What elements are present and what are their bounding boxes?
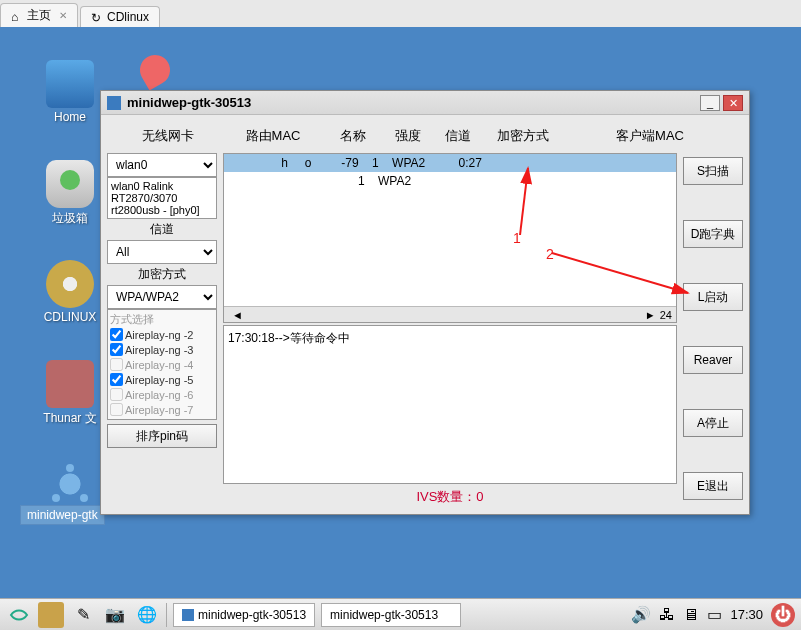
tab-home[interactable]: ⌂ 主页 ✕ [0, 3, 78, 27]
desktop-label: 垃圾箱 [40, 210, 100, 227]
minidwep-icon [46, 460, 94, 508]
channel-select[interactable]: All [107, 240, 217, 264]
display-icon[interactable]: 🖥 [683, 606, 699, 624]
col-strength: 强度 [383, 127, 433, 145]
attack-checkbox [110, 358, 123, 371]
desktop-home[interactable]: Home [40, 60, 100, 124]
attack-checkbox[interactable] [110, 373, 123, 386]
attack-option[interactable]: Aireplay-ng -5 [110, 372, 214, 387]
refresh-icon: ↻ [91, 11, 103, 23]
window-title: minidwep-gtk-30513 [127, 95, 697, 110]
minidwep-window: minidwep-gtk-30513 _ ✕ 无线网卡 路由MAC 名称 强度 … [100, 90, 750, 515]
file-manager-icon[interactable] [38, 602, 64, 628]
ap-row[interactable]: 1 WPA2 [224, 172, 676, 190]
decorative-icon [140, 55, 180, 95]
scroll-left-icon[interactable]: ◄ [232, 309, 243, 321]
desktop-selected-label[interactable]: minidwep-gtk [20, 505, 105, 525]
globe-icon[interactable]: 🌐 [134, 602, 160, 628]
tab-cdlinux[interactable]: ↻ CDlinux [80, 6, 160, 27]
taskbar: ✎ 📷 🌐 minidwep-gtk-30513 🔊 🖧 🖥 ▭ 17:30 ⏻ [0, 598, 801, 630]
attack-option[interactable]: Aireplay-ng -2 [110, 327, 214, 342]
column-headers: 无线网卡 路由MAC 名称 强度 信道 加密方式 客户端MAC [109, 121, 741, 151]
desktop-minidwep[interactable] [40, 460, 100, 508]
close-button[interactable]: ✕ [723, 95, 743, 111]
power-button[interactable]: ⏻ [771, 603, 795, 627]
wlan-info: wlan0 Ralink RT2870/3070 rt2800usb - [ph… [107, 177, 217, 219]
tray: 🔊 🖧 🖥 ▭ 17:30 ⏻ [631, 603, 795, 627]
scroll-count: 24 [660, 309, 672, 321]
editor-icon[interactable]: ✎ [70, 602, 96, 628]
camera-icon[interactable]: 📷 [102, 602, 128, 628]
desktop-label: Home [40, 110, 100, 124]
col-client: 客户端MAC [563, 127, 737, 145]
attack-method-list: 方式选择 Aireplay-ng -2 Aireplay-ng -3 Airep… [107, 309, 217, 420]
col-wlan: 无线网卡 [113, 127, 223, 145]
section-channel-label: 信道 [107, 219, 217, 240]
browser-tabstrip: ⌂ 主页 ✕ ↻ CDlinux [0, 0, 801, 27]
close-icon[interactable]: ✕ [59, 10, 67, 21]
attack-checkbox [110, 388, 123, 401]
attack-option: Aireplay-ng -4 [110, 357, 214, 372]
scan-button[interactable]: S扫描 [683, 157, 743, 185]
middle-panel: h o -79 1 WPA2 0:27 1 WPA2 ◄ ► 24 17:30:… [223, 153, 677, 508]
attack-checkbox [110, 403, 123, 416]
desktop-label: Thunar 文 [40, 410, 100, 427]
attack-option: Aireplay-ng -6 [110, 387, 214, 402]
attack-checkbox[interactable] [110, 328, 123, 341]
taskbar-app-minidwep[interactable]: minidwep-gtk-30513 [173, 603, 315, 627]
tab-label: CDlinux [107, 10, 149, 24]
trash-icon [46, 160, 94, 208]
log-panel[interactable]: 17:30:18-->等待命令中 [223, 325, 677, 484]
titlebar[interactable]: minidwep-gtk-30513 _ ✕ [101, 91, 749, 115]
attack-option: Aireplay-ng -7 [110, 402, 214, 417]
thunar-icon [46, 360, 94, 408]
right-panel: S扫描 D跑字典 L启动 Reaver A停止 E退出 [683, 153, 743, 508]
left-panel: wlan0 wlan0 Ralink RT2870/3070 rt2800usb… [107, 153, 217, 508]
clock[interactable]: 17:30 [730, 607, 763, 622]
wlan-select[interactable]: wlan0 [107, 153, 217, 177]
start-button[interactable]: L启动 [683, 283, 743, 311]
scroll-right-icon[interactable]: ► [645, 309, 656, 321]
col-name: 名称 [323, 127, 383, 145]
ap-row-selected[interactable]: h o -79 1 WPA2 0:27 [224, 154, 676, 172]
app-icon [107, 96, 121, 110]
volume-icon[interactable]: 🔊 [631, 605, 651, 624]
home-icon: ⌂ [11, 10, 23, 22]
attack-title: 方式选择 [110, 312, 214, 327]
separator [166, 603, 167, 627]
desktop-trash[interactable]: 垃圾箱 [40, 160, 100, 227]
ap-list[interactable]: h o -79 1 WPA2 0:27 1 WPA2 ◄ ► 24 [223, 153, 677, 323]
battery-icon[interactable]: ▭ [707, 605, 722, 624]
sort-pin-button[interactable]: 排序pin码 [107, 424, 217, 448]
desktop-cdlinux[interactable]: CDLINUX [40, 260, 100, 324]
disc-icon [46, 260, 94, 308]
exit-button[interactable]: E退出 [683, 472, 743, 500]
desktop-label: CDLINUX [40, 310, 100, 324]
attack-option[interactable]: Aireplay-ng -3 [110, 342, 214, 357]
log-line: 17:30:18-->等待命令中 [228, 330, 672, 347]
dict-button[interactable]: D跑字典 [683, 220, 743, 248]
desktop-thunar[interactable]: Thunar 文 [40, 360, 100, 427]
col-channel: 信道 [433, 127, 483, 145]
enc-select[interactable]: WPA/WPA2 [107, 285, 217, 309]
col-mac: 路由MAC [223, 127, 323, 145]
tab-label: 主页 [27, 7, 51, 24]
network-icon[interactable]: 🖧 [659, 606, 675, 624]
col-enc: 加密方式 [483, 127, 563, 145]
minimize-button[interactable]: _ [700, 95, 720, 111]
horizontal-scrollbar[interactable]: ◄ ► 24 [224, 306, 676, 322]
taskbar-input[interactable] [321, 603, 461, 627]
start-icon[interactable] [6, 602, 32, 628]
ivs-status: IVS数量：0 [223, 486, 677, 508]
section-enc-label: 加密方式 [107, 264, 217, 285]
annotation-label-2: 2 [546, 246, 554, 262]
taskbar-app-label: minidwep-gtk-30513 [198, 608, 306, 622]
stop-button[interactable]: A停止 [683, 409, 743, 437]
folder-home-icon [46, 60, 94, 108]
attack-checkbox[interactable] [110, 343, 123, 356]
app-icon [182, 609, 194, 621]
annotation-label-1: 1 [513, 230, 521, 246]
reaver-button[interactable]: Reaver [683, 346, 743, 374]
